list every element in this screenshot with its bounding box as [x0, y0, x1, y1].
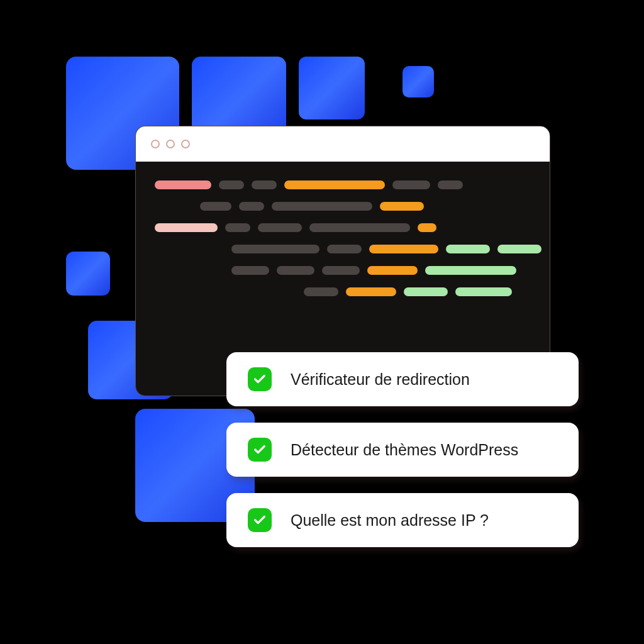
code-line	[155, 266, 531, 275]
code-token	[309, 223, 410, 232]
feature-card-redirect-checker[interactable]: Vérificateur de redirection	[226, 352, 579, 406]
code-token	[219, 180, 244, 189]
code-line	[155, 223, 531, 232]
code-token	[380, 202, 424, 211]
code-token	[322, 266, 360, 275]
code-token	[252, 180, 277, 189]
decorative-square	[299, 57, 365, 119]
feature-card-whats-my-ip[interactable]: Quelle est mon adresse IP ?	[226, 493, 579, 547]
code-line	[155, 245, 531, 253]
checkmark-icon	[248, 508, 272, 532]
code-token	[304, 287, 338, 296]
code-token	[418, 223, 436, 232]
decorative-square	[402, 66, 434, 97]
code-token	[200, 202, 231, 211]
code-token	[225, 223, 250, 232]
window-titlebar	[136, 126, 550, 162]
feature-card-wordpress-theme-detector[interactable]: Détecteur de thèmes WordPress	[226, 423, 579, 477]
code-token	[284, 180, 385, 189]
decorative-square	[66, 252, 110, 296]
code-token	[455, 287, 512, 296]
window-control-maximize-icon[interactable]	[181, 140, 190, 148]
checkmark-icon	[248, 438, 272, 462]
feature-label: Quelle est mon adresse IP ?	[291, 511, 489, 530]
window-control-minimize-icon[interactable]	[166, 140, 175, 148]
window-control-close-icon[interactable]	[151, 140, 160, 148]
code-line	[155, 180, 531, 189]
code-body	[136, 162, 550, 328]
feature-label: Détecteur de thèmes WordPress	[291, 441, 518, 459]
code-token	[239, 202, 264, 211]
code-token	[231, 245, 319, 253]
code-token	[438, 180, 463, 189]
code-token	[392, 180, 430, 189]
code-token	[231, 266, 269, 275]
code-token	[277, 266, 314, 275]
code-line	[155, 287, 531, 296]
code-token	[369, 245, 438, 253]
code-token	[367, 266, 418, 275]
code-token	[327, 245, 362, 253]
code-token	[155, 223, 218, 232]
code-token	[446, 245, 490, 253]
code-token	[346, 287, 396, 296]
code-token	[258, 223, 302, 232]
checkmark-icon	[248, 367, 272, 391]
feature-card-list: Vérificateur de redirection Détecteur de…	[226, 352, 579, 547]
code-token	[425, 266, 516, 275]
code-token	[404, 287, 448, 296]
code-line	[155, 202, 531, 211]
code-token	[155, 180, 211, 189]
code-token	[497, 245, 541, 253]
code-token	[272, 202, 372, 211]
feature-label: Vérificateur de redirection	[291, 370, 470, 389]
